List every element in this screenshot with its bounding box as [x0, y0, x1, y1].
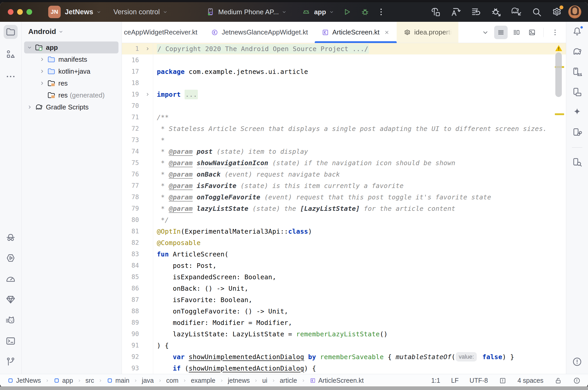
tool-button-more[interactable] — [4, 69, 18, 83]
tool-button-project-folder[interactable] — [4, 25, 18, 39]
bell-icon[interactable] — [572, 26, 583, 37]
tree-item-manifests[interactable]: manifests — [24, 53, 118, 65]
logcat-cat-icon[interactable] — [5, 315, 16, 326]
editor-scrollbar[interactable] — [555, 52, 562, 97]
encoding-selector[interactable]: UTF-8 — [470, 377, 488, 384]
tree-item-res[interactable]: res(generated) — [24, 89, 118, 101]
tab-jetnewsglanceappwidget-kt[interactable]: JetnewsGlanceAppWidget.kt — [204, 22, 314, 43]
tree-item-app[interactable]: app — [24, 41, 118, 53]
spy-hat-glasses-icon[interactable] — [5, 232, 16, 243]
breadcrumb-item[interactable]: app — [53, 377, 73, 384]
tab-action-chevron-down[interactable] — [479, 26, 492, 39]
fold-arrow-icon[interactable] — [142, 92, 153, 97]
tree-item-res[interactable]: res — [24, 77, 118, 89]
tool-button-structure[interactable] — [4, 47, 18, 61]
build-hammer-icon[interactable] — [430, 6, 441, 18]
minimize-window-button[interactable] — [17, 9, 23, 15]
debug-button[interactable] — [359, 6, 371, 18]
breadcrumb-item[interactable]: src — [86, 377, 94, 384]
chevron-down-icon[interactable] — [25, 44, 34, 51]
close-window-button[interactable] — [8, 9, 13, 15]
fold-arrow-icon[interactable] — [142, 46, 153, 52]
breadcrumb-item[interactable]: ui — [262, 377, 267, 384]
more-run-options-button[interactable] — [375, 6, 387, 18]
apply-code-changes-icon[interactable] — [470, 6, 482, 18]
tab-idea-properti[interactable]: idea.properti — [397, 22, 459, 43]
tab-action-list-lines[interactable] — [494, 26, 508, 39]
tab-articlescreen-kt[interactable]: ArticleScreen.kt — [315, 22, 397, 43]
breadcrumb-item[interactable]: com — [166, 377, 178, 384]
tree-item-gradle-scripts[interactable]: Gradle Scripts — [24, 101, 118, 113]
gem-icon[interactable] — [5, 294, 16, 305]
running-devices-icon[interactable] — [572, 87, 583, 97]
settings-gear-icon[interactable] — [551, 6, 563, 18]
caret-position[interactable]: 1:1 — [431, 377, 440, 384]
tree-item-kotlin+java[interactable]: kotlin+java — [24, 65, 118, 77]
sparkle-icon[interactable] — [572, 107, 583, 118]
breadcrumb-item[interactable]: java — [142, 377, 154, 384]
chevron-right-icon[interactable] — [38, 68, 46, 74]
breadcrumb-item[interactable]: example — [191, 377, 215, 384]
breadcrumb-item[interactable]: ArticleScreen.kt — [310, 377, 364, 384]
kotlin-file-icon — [310, 377, 316, 384]
code-text: isExpandedScreen: Boolean, — [153, 271, 566, 283]
tab-action-split-editor[interactable] — [510, 26, 523, 39]
device-selector[interactable]: Medium Phone AP... — [206, 7, 287, 17]
breadcrumb-item[interactable]: main — [107, 377, 129, 384]
vcs-widget[interactable]: Version control — [114, 8, 168, 16]
breadcrumb-item[interactable]: JetNews — [7, 377, 41, 384]
line-number: 17 — [122, 68, 142, 75]
titlebar: JN JetNews Version control Medium Phone … — [0, 2, 588, 22]
tab-label: ceAppWidgetReceiver.kt — [124, 28, 197, 36]
phone-link-icon[interactable] — [572, 127, 583, 138]
project-view-selector[interactable]: Android — [22, 22, 122, 41]
code-text: if (showUnimplementedActionDialog) { — [153, 363, 566, 374]
breadcrumb-label: main — [115, 377, 129, 384]
attach-debugger-icon[interactable] — [491, 6, 502, 18]
chevron-right-icon[interactable] — [38, 56, 46, 62]
search-icon[interactable] — [531, 6, 542, 18]
project-selector[interactable]: JetNews — [61, 8, 102, 16]
kotlin-file-icon — [321, 29, 329, 36]
tab-action-image[interactable] — [525, 26, 539, 39]
terminal-icon[interactable] — [5, 336, 16, 346]
breadcrumb-item[interactable]: article — [280, 377, 297, 384]
tab-action-kebab[interactable] — [548, 26, 562, 39]
gradle-sync-icon[interactable] — [511, 6, 522, 18]
chevron-right-icon[interactable] — [25, 104, 34, 110]
tab-ceappwidgetreceiver-kt[interactable]: ceAppWidgetReceiver.kt — [122, 22, 204, 43]
code-swap-icon[interactable] — [450, 6, 461, 18]
line-ending-selector[interactable]: LF — [451, 377, 459, 384]
structure-icon — [5, 49, 16, 60]
breadcrumb-label: article — [280, 377, 297, 384]
phone-android-icon[interactable] — [572, 66, 583, 77]
avatar[interactable] — [568, 5, 581, 18]
warning-stripe-mark[interactable] — [555, 113, 564, 115]
chevron-right-icon — [301, 378, 306, 383]
phone-search-icon[interactable] — [572, 157, 583, 168]
hexagon-play-icon[interactable] — [5, 253, 16, 263]
code-text: * Stateless Article Screen that displays… — [153, 123, 566, 134]
zoom-window-button[interactable] — [26, 9, 32, 15]
editor-tab-bar: ceAppWidgetReceiver.ktJetnewsGlanceAppWi… — [122, 22, 566, 43]
speedometer-icon[interactable] — [5, 273, 16, 284]
highlighting-level-icon[interactable] — [499, 377, 507, 385]
chevron-down-icon — [281, 9, 287, 15]
code-text: import ... — [153, 89, 566, 100]
run-button[interactable] — [341, 6, 353, 18]
warning-triangle-icon[interactable] — [554, 44, 563, 53]
gradle-elephant-icon[interactable] — [572, 46, 583, 57]
problems-circle-icon[interactable] — [572, 356, 583, 367]
indent-style-selector[interactable]: 4 spaces — [517, 377, 543, 384]
breadcrumb-item[interactable]: jetnews — [228, 377, 250, 384]
branch-icon[interactable] — [5, 356, 16, 367]
lock-open-icon[interactable] — [554, 377, 562, 385]
code-editor[interactable]: 1/ Copyright 2020 The Android Open Sourc… — [122, 43, 566, 374]
problems-circle-icon[interactable] — [573, 377, 581, 385]
line-number: 77 — [122, 182, 142, 189]
chevron-right-icon[interactable] — [38, 80, 46, 86]
project-badge: JN — [48, 6, 61, 18]
gear-file-icon — [403, 29, 411, 36]
close-icon[interactable] — [384, 29, 390, 36]
run-configuration-selector[interactable]: app — [302, 7, 334, 17]
